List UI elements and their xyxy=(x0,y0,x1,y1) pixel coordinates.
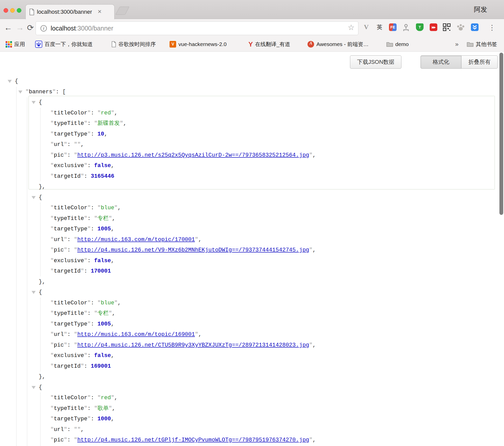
json-link[interactable]: http://music.163.com/m/topic/169001 xyxy=(77,331,195,338)
json-string-value: 新碟首发 xyxy=(97,120,120,127)
forward-button[interactable]: → xyxy=(16,23,24,32)
json-link[interactable]: http://p3.music.126.net/s25q2x5QyqsAzilC… xyxy=(77,152,309,158)
paw-extension-icon[interactable] xyxy=(457,23,465,32)
json-line: "exclusive": false, xyxy=(0,160,504,171)
json-number-value: 1005 xyxy=(97,226,111,232)
bookmark-youdao-translate[interactable]: Y 在线翻译_有道 xyxy=(248,40,290,48)
json-line: "targetType": 1000, xyxy=(0,414,504,424)
address-bar[interactable]: i localhost:3000/banner xyxy=(36,21,358,35)
json-key: exclusive xyxy=(54,352,84,359)
json-line: "typeTitle": "专栏", xyxy=(0,213,504,224)
json-number-value: 10 xyxy=(97,131,104,137)
json-key: pic xyxy=(54,342,64,348)
json-line: "titleColor": "red", xyxy=(0,393,504,403)
json-line: }, xyxy=(0,182,504,192)
json-key: url xyxy=(54,236,64,243)
json-boolean-value: false xyxy=(94,162,111,169)
json-line: "exclusive": false, xyxy=(0,256,504,266)
bookmarks-bar: 应用 百度一下，你就知道 谷歌按时间排序 V vue-hackernews-2.… xyxy=(0,37,504,52)
collapse-triangle-icon[interactable] xyxy=(32,196,36,199)
json-key: banners xyxy=(29,89,52,95)
json-line: "targetId": 3165446 xyxy=(0,171,504,182)
json-link[interactable]: http://music.163.com/m/topic/170001 xyxy=(77,236,195,243)
json-boolean-value: false xyxy=(94,258,111,264)
site-info-icon[interactable]: i xyxy=(40,25,47,32)
json-key: targetType xyxy=(54,226,87,232)
json-number-value: 1000 xyxy=(97,416,111,422)
window-titlebar: localhost:3000/banner × 阿发 xyxy=(0,0,504,19)
json-key: targetType xyxy=(54,416,87,422)
awesomes-icon: A xyxy=(307,41,314,48)
json-number-value: 169001 xyxy=(91,363,111,369)
download-json-button[interactable]: 下载JSON数据 xyxy=(350,55,401,69)
json-line: "targetType": 1005, xyxy=(0,319,504,330)
json-line: "targetId": 169001 xyxy=(0,361,504,372)
collapse-triangle-icon[interactable] xyxy=(8,80,12,83)
json-number-value: 1005 xyxy=(97,321,111,327)
browser-tab[interactable]: localhost:3000/banner × xyxy=(25,4,115,19)
json-key: targetId xyxy=(54,268,81,274)
json-link[interactable]: http://p4.music.126.net/CTU5B9R9y3XyYBZX… xyxy=(77,342,309,348)
json-line: "exclusive": false, xyxy=(0,350,504,361)
minimize-window-button[interactable] xyxy=(10,8,15,13)
collapse-triangle-icon[interactable] xyxy=(32,386,36,389)
collapse-all-button[interactable]: 折叠所有 xyxy=(461,55,498,69)
json-key: url xyxy=(54,426,64,433)
json-line: "url": "", xyxy=(0,139,504,150)
bookmark-vue-hackernews[interactable]: V vue-hackernews-2.0 xyxy=(170,40,227,48)
bookmark-apps[interactable]: 应用 xyxy=(6,40,25,48)
collapse-triangle-icon[interactable] xyxy=(18,91,22,94)
json-key: pic xyxy=(54,247,64,253)
translate-extension-icon[interactable]: 英 xyxy=(375,23,384,32)
json-line: "pic": "http://p4.music.126.net/CTU5B9R9… xyxy=(0,340,504,351)
bookmark-star-icon[interactable]: ☆ xyxy=(348,23,355,32)
bookmark-baidu[interactable]: 百度一下，你就知道 xyxy=(35,40,93,48)
json-line: { xyxy=(0,192,504,203)
fe-extension-icon[interactable]: FE xyxy=(388,23,397,32)
json-line: "targetId": 170001 xyxy=(0,266,504,277)
json-string-value: blue xyxy=(101,205,114,211)
json-key: titleColor xyxy=(54,110,87,116)
json-key: targetId xyxy=(54,363,81,369)
format-button[interactable]: 格式化 xyxy=(421,55,461,69)
new-tab-button[interactable] xyxy=(115,7,129,15)
collapse-triangle-icon[interactable] xyxy=(32,101,36,104)
json-key: targetType xyxy=(54,131,87,137)
json-line: "typeTitle": "新碟首发", xyxy=(0,118,504,129)
json-link[interactable]: http://p4.music.126.net/tGPljf-IMOCyPvum… xyxy=(77,437,309,443)
reload-button[interactable]: ⟳ xyxy=(27,23,34,33)
close-window-button[interactable] xyxy=(4,8,8,13)
json-key: targetType xyxy=(54,321,87,327)
tab-title: localhost:3000/banner xyxy=(37,9,92,15)
json-line: }, xyxy=(0,277,504,287)
bookmarks-overflow-chevron[interactable]: » xyxy=(455,40,458,48)
org-person-extension-icon[interactable] xyxy=(402,23,411,32)
json-key: titleColor xyxy=(54,395,87,401)
bookmark-folder-demo[interactable]: demo xyxy=(386,40,409,48)
video-extension-icon[interactable]: ▶▶ xyxy=(429,23,438,32)
json-key: pic xyxy=(54,437,64,443)
back-button[interactable]: ← xyxy=(4,23,12,32)
json-string-value: red xyxy=(101,110,111,116)
json-line: { xyxy=(0,76,504,87)
tab-close-icon[interactable]: × xyxy=(98,8,102,16)
json-key: pic xyxy=(54,152,64,158)
collapse-triangle-icon[interactable] xyxy=(32,291,36,294)
qr-code-extension-icon[interactable] xyxy=(443,23,452,32)
json-link[interactable]: http://p4.music.126.net/V9-MXz6b2MNhEKju… xyxy=(77,247,309,253)
profile-name[interactable]: 阿发 xyxy=(474,5,487,14)
bookmark-folder-others[interactable]: 其他书签 xyxy=(467,40,497,48)
download-extension-icon[interactable] xyxy=(470,23,479,32)
zoom-window-button[interactable] xyxy=(17,8,21,13)
bookmark-awesomes[interactable]: A Awesomes - 前端资… xyxy=(307,40,369,48)
shield-extension-icon[interactable]: T xyxy=(415,23,424,32)
browser-menu-icon[interactable]: ⋮ xyxy=(488,23,496,32)
json-number-value: 170001 xyxy=(91,268,111,274)
json-key: url xyxy=(54,141,64,148)
bookmark-google-sort[interactable]: 谷歌按时间排序 xyxy=(111,40,156,48)
json-line: "titleColor": "red", xyxy=(0,108,504,118)
json-line: "typeTitle": "专栏", xyxy=(0,308,504,319)
vimium-extension-icon[interactable]: V xyxy=(362,23,371,32)
browser-toolbar: ← → ⟳ i localhost:3000/banner ☆ V 英 FE T… xyxy=(0,19,504,37)
json-key: exclusive xyxy=(54,258,84,264)
